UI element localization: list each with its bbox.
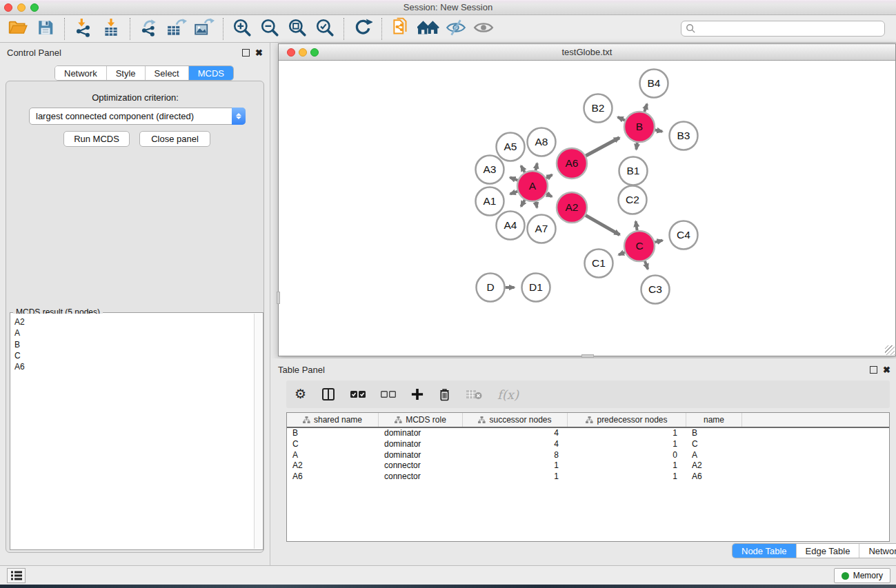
graph-node-A1[interactable]: A1 xyxy=(476,187,504,216)
graph-node-B[interactable]: B xyxy=(624,112,655,142)
search-input[interactable] xyxy=(696,22,884,35)
memory-button[interactable]: Memory xyxy=(834,568,890,583)
cell-name[interactable]: B xyxy=(686,428,742,439)
mcds-result-item[interactable]: A2 xyxy=(14,316,254,327)
minimize-window-button[interactable] xyxy=(17,3,26,12)
tab-style[interactable]: Style xyxy=(107,66,146,80)
mcds-result-item[interactable]: C xyxy=(14,350,254,361)
graph-edge-B-B3[interactable] xyxy=(655,130,663,132)
cell-predecessor-nodes[interactable]: 1 xyxy=(568,428,686,439)
tab-node-table[interactable]: Node Table xyxy=(733,544,797,558)
frame-resize-handle-bottom[interactable] xyxy=(581,354,594,358)
zoom-window-button[interactable] xyxy=(30,3,39,12)
criterion-dropdown[interactable]: largest connected component (directed) xyxy=(29,108,246,125)
cell-shared-name[interactable]: B xyxy=(287,428,379,439)
graph-edge-C-C3[interactable] xyxy=(645,261,648,270)
zoom-out-button[interactable] xyxy=(256,17,283,41)
graph-edge-A-A7[interactable] xyxy=(536,202,537,208)
table-row[interactable]: Bdominator41B xyxy=(287,428,889,439)
show-panels-button[interactable] xyxy=(470,17,497,41)
tab-edge-table[interactable]: Edge Table xyxy=(797,544,860,558)
float-panel-icon[interactable] xyxy=(242,49,250,57)
graph-edge-A-A5[interactable] xyxy=(521,165,524,172)
table-row[interactable]: Cdominator41C xyxy=(287,439,889,450)
open-session-button[interactable] xyxy=(4,17,32,41)
cell-successor-nodes[interactable]: 1 xyxy=(463,460,568,472)
table-row[interactable]: A6connector11A6 xyxy=(287,472,889,483)
mcds-result-item[interactable]: B xyxy=(14,339,254,350)
search-field[interactable] xyxy=(681,21,885,37)
cell-MCDS-role[interactable]: dominator xyxy=(379,450,463,461)
graph-node-A3[interactable]: A3 xyxy=(476,156,504,184)
cell-name[interactable]: A xyxy=(686,450,742,461)
export-table-button[interactable] xyxy=(163,17,190,41)
network-close-button[interactable] xyxy=(287,48,295,57)
graph-node-C4[interactable]: C4 xyxy=(670,221,698,250)
deselect-all-rows-button[interactable] xyxy=(381,390,396,398)
close-table-panel-icon[interactable]: ✖ xyxy=(883,366,890,374)
graph-edge-A-A3[interactable] xyxy=(510,177,517,180)
graph-edge-A-A6[interactable] xyxy=(546,175,552,179)
table-row[interactable]: A2connector11A2 xyxy=(287,460,889,472)
save-session-button[interactable] xyxy=(32,17,59,41)
graph-node-A[interactable]: A xyxy=(517,171,548,201)
create-column-button[interactable] xyxy=(411,388,424,401)
cell-successor-nodes[interactable]: 1 xyxy=(463,472,568,483)
close-window-button[interactable] xyxy=(4,3,12,12)
graph-node-B3[interactable]: B3 xyxy=(670,122,698,150)
graph-edge-C-C2[interactable] xyxy=(636,221,637,230)
graph-node-A4[interactable]: A4 xyxy=(497,212,525,240)
cell-shared-name[interactable]: A6 xyxy=(287,472,379,483)
delete-column-button[interactable] xyxy=(439,387,450,401)
graph-edge-A2-C[interactable] xyxy=(586,215,619,234)
cell-MCDS-role[interactable]: connector xyxy=(379,460,463,472)
new-session-from-network-button[interactable] xyxy=(387,17,415,41)
graph-edge-B-B2[interactable] xyxy=(618,117,625,121)
cell-name[interactable]: A6 xyxy=(686,472,742,483)
import-network-button[interactable] xyxy=(70,17,97,41)
frame-resize-grip[interactable] xyxy=(885,345,895,355)
export-image-button[interactable] xyxy=(190,17,218,41)
network-minimize-button[interactable] xyxy=(299,48,307,57)
network-zoom-button[interactable] xyxy=(310,48,319,57)
cell-shared-name[interactable]: C xyxy=(287,439,379,450)
cell-predecessor-nodes[interactable]: 1 xyxy=(568,472,686,483)
graph-node-B1[interactable]: B1 xyxy=(619,157,648,185)
cell-MCDS-role[interactable]: dominator xyxy=(379,439,463,450)
graph-node-C1[interactable]: C1 xyxy=(585,250,613,278)
column-header-MCDS-role[interactable]: MCDS role xyxy=(379,413,463,427)
graph-edge-C-C4[interactable] xyxy=(655,241,662,243)
cell-predecessor-nodes[interactable]: 1 xyxy=(568,460,686,472)
graph-node-A6[interactable]: A6 xyxy=(557,148,587,179)
graph-node-D1[interactable]: D1 xyxy=(522,274,550,302)
task-history-button[interactable] xyxy=(7,568,26,583)
graph-node-A5[interactable]: A5 xyxy=(497,133,525,161)
cell-name[interactable]: C xyxy=(686,439,742,450)
column-header-successor-nodes[interactable]: successor nodes xyxy=(463,413,568,427)
close-panel-button[interactable]: Close panel xyxy=(139,131,210,147)
zoom-fit-button[interactable] xyxy=(283,17,311,41)
frame-resize-handle-left[interactable] xyxy=(277,292,280,304)
cell-MCDS-role[interactable]: dominator xyxy=(379,428,463,439)
tab-network-table[interactable]: Network Table xyxy=(859,544,896,558)
network-frame-title-bar[interactable]: testGlobe.txt xyxy=(279,44,895,61)
graph-edge-C-C1[interactable] xyxy=(619,252,625,255)
graph-edge-B-B4[interactable] xyxy=(644,104,647,112)
tab-mcds[interactable]: MCDS xyxy=(189,66,233,80)
column-header-predecessor-nodes[interactable]: predecessor nodes xyxy=(568,413,686,427)
mcds-result-item[interactable]: A6 xyxy=(14,361,254,372)
cell-successor-nodes[interactable]: 4 xyxy=(463,439,568,450)
graph-node-B2[interactable]: B2 xyxy=(584,94,613,123)
zoom-in-button[interactable] xyxy=(228,17,256,41)
mcds-result-item[interactable]: A xyxy=(14,327,254,338)
graph-node-C2[interactable]: C2 xyxy=(619,186,647,214)
graph-node-C3[interactable]: C3 xyxy=(641,276,670,304)
float-table-panel-icon[interactable] xyxy=(870,366,877,374)
table-settings-button[interactable]: ⚙ xyxy=(295,387,306,401)
graph-edge-B-B1[interactable] xyxy=(636,143,637,150)
close-panel-icon[interactable]: ✖ xyxy=(255,49,263,57)
import-table-button[interactable] xyxy=(97,17,125,41)
cell-name[interactable]: A2 xyxy=(686,460,742,472)
column-header-name[interactable]: name xyxy=(686,413,742,427)
table-row[interactable]: Adominator80A xyxy=(287,450,889,461)
